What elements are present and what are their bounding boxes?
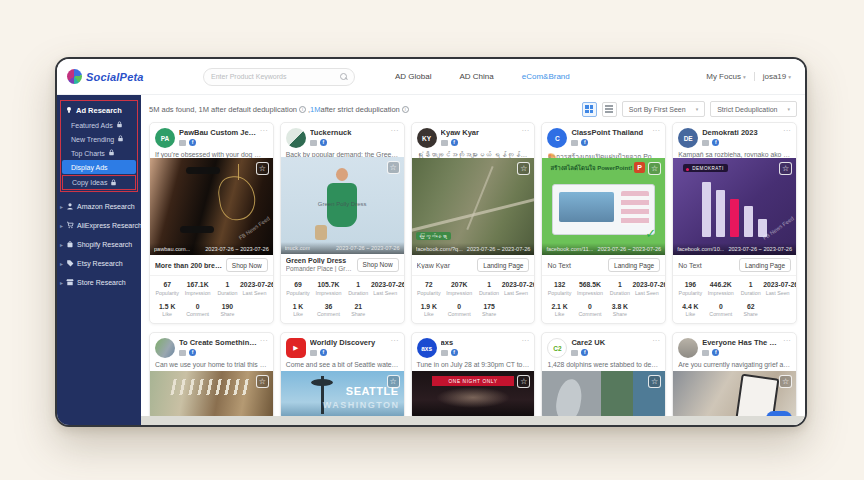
avatar[interactable] [155, 338, 175, 358]
ad-creative-image[interactable]: ☆ [673, 371, 796, 419]
cta-button[interactable]: Landing Page [477, 258, 529, 272]
advertiser-name[interactable]: Demokrati 2023 [702, 128, 780, 137]
avatar[interactable]: DE [678, 128, 698, 148]
avatar[interactable]: PA [155, 128, 175, 148]
advertiser-name[interactable]: To Create Something Exceptio... [179, 338, 257, 347]
ad-creative-image[interactable]: ☆FB News FeedDEMOKRATIfacebook.com/10...… [673, 158, 796, 255]
ad-creative-image[interactable]: ☆ [542, 371, 665, 419]
nav-ad-china[interactable]: AD China [459, 72, 493, 81]
strict-dedup-count-link[interactable]: 1M [310, 105, 320, 114]
ad-creative-image[interactable]: ☆ONE NIGHT ONLY [412, 371, 535, 419]
advertiser-name[interactable]: Tuckernuck [310, 128, 388, 137]
sidebar-item-display-ads[interactable]: Display Ads [62, 160, 136, 174]
favorite-star-button[interactable]: ☆ [779, 375, 792, 388]
watermark-text: FB News Feed [238, 215, 271, 241]
sidebar-item-featured-ads[interactable]: Featured Ads [62, 118, 136, 132]
card-menu-button[interactable]: ··· [391, 338, 399, 344]
card-menu-button[interactable]: ··· [521, 338, 529, 344]
info-icon[interactable]: i [402, 106, 409, 113]
avatar[interactable]: axs [417, 338, 437, 358]
ad-creative-image[interactable]: ☆SEATTLEWASHINGTON [281, 371, 404, 419]
card-menu-button[interactable]: ··· [260, 128, 268, 134]
stat-comment: 36Comment [311, 303, 345, 318]
stat-last-seen: 2023-07-26Last Seen [502, 281, 531, 296]
divider [754, 72, 755, 81]
avatar[interactable] [286, 128, 306, 148]
cta-button[interactable]: Landing Page [739, 258, 791, 272]
ad-date-range: 2023-07-26 ~ 2023-07-26 [336, 245, 400, 251]
ad-creative-image[interactable]: ☆สร้างสไลด์โดนใจ PowerPoint!P✓facebook.c… [542, 158, 665, 255]
ad-creative-image[interactable]: ☆Green Polly Dresstnuck.com2023-07-26 ~ … [281, 157, 404, 254]
ad-domain-link[interactable]: facebook.com/11... [546, 246, 593, 252]
favorite-star-button[interactable]: ☆ [256, 375, 269, 388]
list-view-button[interactable] [602, 102, 617, 117]
card-menu-button[interactable]: ··· [521, 128, 529, 134]
advertiser-name[interactable]: ClassPoint Thailand [571, 128, 649, 137]
avatar[interactable] [678, 338, 698, 358]
avatar[interactable]: C2 [547, 338, 567, 358]
ad-creative-image[interactable]: ☆မြေကွက်နေရာfacebook.com/?q...2023-07-26… [412, 158, 535, 255]
favorite-star-button[interactable]: ☆ [648, 162, 661, 175]
sidebar-item-aliexpress-research[interactable]: ▸AliExpress Research [57, 216, 141, 235]
favorite-star-button[interactable]: ☆ [648, 375, 661, 388]
sidebar-item-amazon-research[interactable]: ▸Amazon Research [57, 197, 141, 216]
sidebar-item-copy-ideas[interactable]: Copy Ideas [62, 175, 136, 190]
ad-creative-image[interactable]: ☆FB News Feedpawbau.com...2023-07-26 ~ 2… [150, 158, 273, 255]
lock-icon [117, 135, 124, 143]
card-menu-button[interactable]: ··· [783, 338, 791, 344]
user-menu[interactable]: josa19 ▾ [763, 72, 791, 81]
advertiser-name[interactable]: Worldly Discovery [310, 338, 388, 347]
cta-button[interactable]: Landing Page [608, 258, 660, 272]
avatar[interactable]: KY [417, 128, 437, 148]
nav-ecom-brand[interactable]: eCom&Brand [522, 72, 570, 81]
stat-like: 1.5 KLike [154, 303, 180, 318]
info-icon[interactable]: i [299, 106, 306, 113]
card-menu-button[interactable]: ··· [783, 128, 791, 134]
advertiser-name[interactable]: axs [441, 338, 519, 347]
search-input[interactable] [211, 73, 336, 80]
advertiser-name[interactable]: Everyone Has The Freedom To... [702, 338, 780, 347]
cta-button[interactable]: Shop Now [226, 258, 268, 272]
sidebar-item-new-trending[interactable]: New Trending [62, 132, 136, 146]
stat-duration: 1Duration [215, 281, 240, 296]
sidebar-item-store-research[interactable]: ▸Store Research [57, 273, 141, 292]
sidebar-item-etsy-research[interactable]: ▸Etsy Research [57, 254, 141, 273]
sidebar-item-ad-research[interactable]: Ad Research [62, 102, 136, 118]
card-menu-button[interactable]: ··· [652, 338, 660, 344]
ad-description: If you're obsessed with your dog 🐾 show … [150, 150, 273, 158]
ad-creative-image[interactable]: ☆ [150, 371, 273, 419]
advertiser-name[interactable]: PawBau Custom Jewelry [179, 128, 257, 137]
grid-view-button[interactable] [582, 102, 597, 117]
card-menu-button[interactable]: ··· [652, 128, 660, 134]
sidebar-item-shopify-research[interactable]: ▸Shopify Research [57, 235, 141, 254]
favorite-star-button[interactable]: ☆ [517, 375, 530, 388]
ad-domain-link[interactable]: tnuck.com [285, 245, 311, 251]
ads-grid-row-1: PAPawBau Custom Jewelry···fIf you're obs… [149, 122, 797, 324]
product-search-box[interactable] [203, 68, 355, 86]
chevron-right-icon: ▸ [60, 222, 63, 229]
card-menu-button[interactable]: ··· [391, 128, 399, 134]
avatar[interactable]: ▶ [286, 338, 306, 358]
favorite-star-button[interactable]: ☆ [387, 375, 400, 388]
advertiser-name[interactable]: Kyaw Kyar [441, 128, 519, 137]
card-menu-button[interactable]: ··· [260, 338, 268, 344]
ad-domain-link[interactable]: facebook.com/?q... [416, 246, 463, 252]
advertiser-name[interactable]: Care2 UK [571, 338, 649, 347]
sidebar-item-top-charts[interactable]: Top Charts [62, 146, 136, 160]
ad-domain-link[interactable]: facebook.com/10... [677, 246, 724, 252]
stat-impression: 207KImpression [442, 281, 476, 296]
favorite-star-button[interactable]: ☆ [256, 162, 269, 175]
favorite-star-button[interactable]: ☆ [779, 162, 792, 175]
ad-domain-link[interactable]: pawbau.com... [154, 246, 190, 252]
favorite-star-button[interactable]: ☆ [517, 162, 530, 175]
nav-ad-global[interactable]: AD Global [395, 72, 431, 81]
sort-select[interactable]: Sort By First Seen ▾ [622, 101, 705, 117]
my-focus-menu[interactable]: My Focus ▾ [706, 72, 745, 81]
stat-like: 2.1 KLike [546, 303, 572, 318]
avatar[interactable]: C [547, 128, 567, 148]
deduplication-select[interactable]: Strict Deduplication ▾ [710, 101, 797, 117]
socialpeta-logo[interactable]: SocialPeta [67, 69, 183, 84]
stat-comment: 0Comment [704, 303, 738, 318]
cta-button[interactable]: Shop Now [357, 258, 399, 272]
favorite-star-button[interactable]: ☆ [387, 161, 400, 174]
